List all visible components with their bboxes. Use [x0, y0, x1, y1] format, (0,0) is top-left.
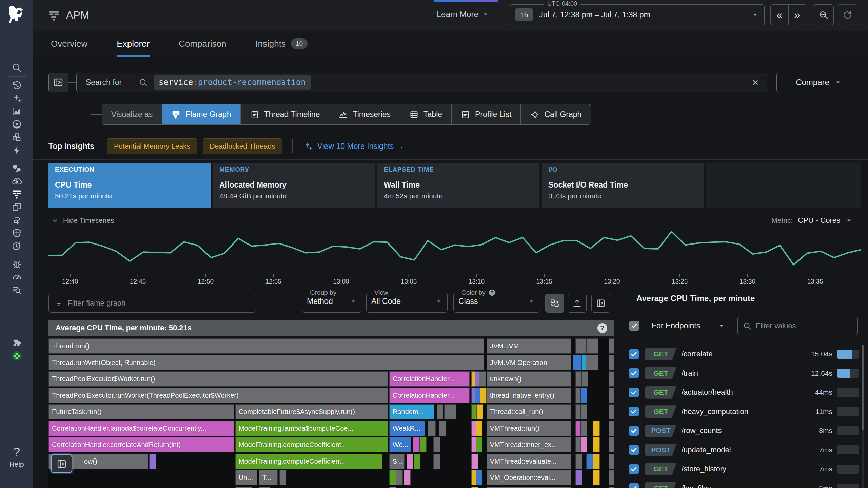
flame-frame[interactable]: ModelTraining.computeCoefficient...	[235, 454, 382, 469]
sidebar-item-search[interactable]	[12, 62, 22, 73]
flame-frame[interactable]	[593, 454, 600, 469]
sidebar-item-software-delivery[interactable]	[12, 202, 22, 212]
endpoint-row[interactable]: GET/correlate15.04s	[629, 345, 859, 364]
tab-comparison[interactable]: Comparison	[179, 31, 226, 57]
flame-frame[interactable]	[580, 404, 587, 419]
flame-frame[interactable]	[575, 470, 582, 485]
flame-frame[interactable]	[259, 487, 270, 488]
flame-frame[interactable]: VMThread::inner_ex...	[487, 437, 571, 452]
color-by-select[interactable]: Color by ? Class	[453, 289, 540, 313]
flame-frame[interactable]	[575, 371, 582, 387]
endpoint-row[interactable]: GET/store_history7ms	[629, 460, 859, 479]
flame-frame[interactable]: ModelTraining.computeCoefficient...	[235, 437, 388, 452]
join-flame-graphs-button[interactable]	[545, 294, 564, 313]
select-all-checkbox[interactable]	[629, 321, 639, 331]
expand-flame-panel-button[interactable]	[591, 294, 610, 313]
flame-frame[interactable]	[593, 437, 600, 452]
flame-frame[interactable]: VM_Operation::eval...	[487, 470, 571, 485]
datadog-logo-icon[interactable]	[7, 4, 26, 24]
flame-frame[interactable]: VMThread::evaluate...	[487, 454, 571, 469]
endpoint-checkbox[interactable]	[629, 388, 639, 397]
endpoint-checkbox[interactable]	[629, 407, 639, 416]
flame-frame[interactable]: CompletableFuture$AsyncSupply.run()	[235, 404, 388, 419]
sidebar-item-service-catalog[interactable]	[12, 163, 22, 174]
expand-side-panel-button[interactable]	[51, 454, 72, 473]
metric-selector[interactable]: Metric: CPU - Cores	[771, 216, 853, 225]
viz-option-table[interactable]: Table	[400, 104, 451, 124]
flame-frame[interactable]: FutureTask.run()	[48, 404, 234, 419]
view-select[interactable]: View All Code	[366, 289, 448, 313]
flame-frame[interactable]	[479, 371, 486, 387]
group-by-select[interactable]: Group by Method	[302, 289, 362, 313]
flame-frame[interactable]	[471, 487, 478, 488]
time-forward-button[interactable]: »	[788, 5, 806, 25]
sidebar-item-siem[interactable]	[12, 241, 22, 251]
flame-frame[interactable]: thread_native_entry()	[487, 388, 571, 403]
sidebar-help[interactable]: ? Help	[0, 442, 33, 488]
sidebar-item-apm-profiling[interactable]	[12, 189, 22, 199]
viz-option-call-graph[interactable]: Call Graph	[520, 104, 591, 124]
flame-frame[interactable]: Un...	[235, 470, 257, 485]
flame-frame[interactable]	[580, 437, 587, 452]
flame-frame[interactable]	[433, 454, 440, 469]
flame-filter-input[interactable]	[67, 299, 250, 308]
flame-frame[interactable]	[609, 454, 614, 469]
collapse-search-panel-button[interactable]	[48, 73, 68, 92]
flame-frame[interactable]	[389, 487, 396, 488]
flame-frame[interactable]	[609, 470, 614, 485]
flame-frame[interactable]: We...	[389, 437, 411, 452]
metric-card-elapsed-time[interactable]: ELAPSED TIMEWall Time4m 52s per minute	[377, 163, 539, 208]
insight-chip[interactable]: Potential Memory Leaks	[107, 138, 197, 154]
flame-frame[interactable]	[476, 421, 482, 436]
sidebar-item-integrations[interactable]	[12, 338, 22, 348]
tab-explorer[interactable]: Explorer	[117, 31, 150, 57]
clear-search-button[interactable]: ×	[752, 77, 758, 88]
sidebar-item-watchdog[interactable]	[12, 119, 22, 130]
sidebar-item-bits-ai[interactable]	[12, 351, 22, 361]
sidebar-item-logs[interactable]	[12, 285, 22, 295]
flame-frame[interactable]: Thread.run()	[48, 338, 484, 354]
flame-frame[interactable]	[437, 404, 443, 419]
endpoint-checkbox[interactable]	[629, 368, 639, 378]
flame-frame[interactable]: unknown()	[487, 371, 571, 387]
endpoint-row[interactable]: POST/row_counts8ms	[629, 421, 859, 441]
sidebar-item-error-tracking[interactable]	[12, 259, 22, 269]
flame-frame[interactable]	[592, 338, 598, 354]
flame-frame[interactable]	[586, 355, 592, 370]
sidebar-item-recent[interactable]	[12, 80, 22, 91]
flame-graph-help-icon[interactable]: ?	[597, 323, 607, 333]
flame-frame[interactable]	[480, 388, 487, 403]
flame-frame[interactable]	[609, 487, 614, 488]
export-button[interactable]	[568, 294, 587, 313]
endpoint-row[interactable]: GET/actuator/health44ms	[629, 383, 859, 402]
flame-frame[interactable]: WeakR...	[389, 421, 425, 436]
flame-frame[interactable]	[476, 404, 483, 419]
search-query-token[interactable]: service : product-recommendation	[154, 75, 311, 90]
viz-option-flame-graph[interactable]: Flame Graph	[162, 104, 240, 124]
sidebar-item-cloud-cost[interactable]	[12, 176, 22, 187]
flame-frame[interactable]	[581, 371, 588, 387]
flame-frame[interactable]: JVM.VM Operation	[487, 355, 571, 370]
flame-frame[interactable]	[575, 454, 582, 469]
view-more-insights-link[interactable]: View 10 More Insights →	[303, 141, 404, 151]
flame-frame[interactable]: JVM.JVM	[487, 338, 571, 354]
viz-option-profile-list[interactable]: Profile List	[451, 104, 520, 124]
metric-card-i-o[interactable]: I/OSocket I/O Read Time3.73s per minute	[542, 163, 704, 208]
flame-frame[interactable]	[396, 470, 403, 485]
flame-frame[interactable]: ThreadPoolExecutor$Worker.run()	[48, 371, 388, 387]
flame-frame[interactable]	[593, 421, 600, 436]
search-bar[interactable]: Search for service : product-recommendat…	[76, 73, 767, 92]
flame-frame[interactable]	[593, 470, 600, 485]
filter-values-input[interactable]	[756, 321, 853, 330]
endpoint-checkbox[interactable]	[629, 349, 639, 359]
flame-frame[interactable]	[450, 404, 456, 419]
flame-frame[interactable]: S...	[389, 454, 405, 469]
flame-frame[interactable]	[609, 388, 614, 403]
insight-chip[interactable]: Deadlocked Threads	[203, 138, 282, 154]
flame-frame[interactable]	[609, 437, 614, 452]
flame-frame[interactable]: ModelTraining.lambda$computeCoe...	[235, 421, 388, 436]
flame-frame[interactable]: VMThread::run()	[487, 421, 571, 436]
sidebar-item-events[interactable]	[12, 145, 22, 156]
sidebar-item-security[interactable]	[12, 228, 22, 238]
refresh-button[interactable]	[837, 4, 857, 25]
